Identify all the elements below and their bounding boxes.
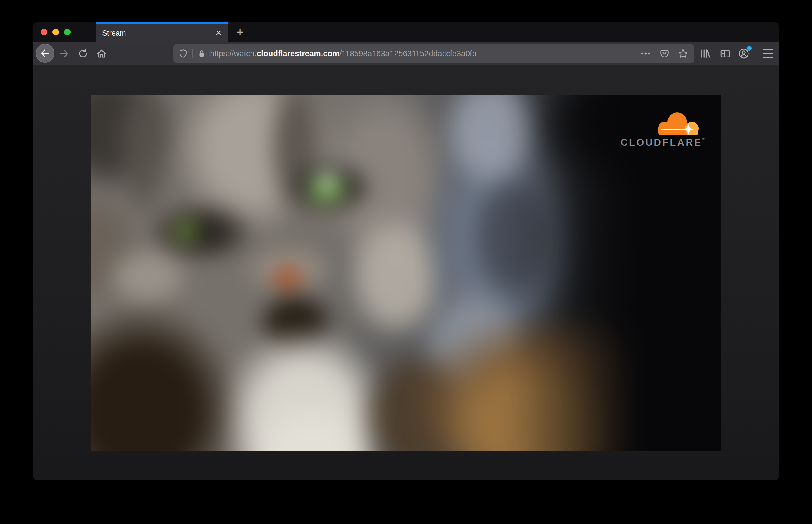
url-text: https://watch.cloudflarestream.com/11859…: [210, 49, 477, 58]
home-button[interactable]: [96, 48, 108, 60]
tab-title: Stream: [102, 29, 126, 37]
video-blur-blob: [103, 244, 192, 308]
cloudflare-watermark: CLOUDFLARE®: [621, 109, 705, 147]
page-actions-icon[interactable]: [640, 49, 652, 59]
library-icon: [699, 48, 711, 60]
page-content: CLOUDFLARE®: [33, 65, 779, 480]
url-path: /118598a163a125631152ddaccfe3a0fb: [339, 49, 477, 58]
padlock-icon[interactable]: [197, 49, 206, 58]
url-bar[interactable]: https://watch.cloudflarestream.com/11859…: [174, 45, 694, 63]
video-blur-layer: [91, 95, 721, 451]
bookmark-star-icon[interactable]: [678, 48, 689, 59]
forward-button[interactable]: [58, 48, 70, 60]
navigation-toolbar: https://watch.cloudflarestream.com/11859…: [33, 42, 779, 65]
trademark-glyph: ®: [702, 137, 705, 141]
pocket-icon[interactable]: [659, 48, 670, 59]
menu-bar: [763, 53, 773, 54]
video-blur-blob: [314, 171, 340, 189]
tab-bar: Stream ✕ +: [33, 22, 779, 42]
url-domain: cloudflarestream.com: [257, 49, 339, 58]
cloudflare-cloud-icon: [654, 109, 705, 136]
sidebar-toggle-button[interactable]: [719, 47, 732, 60]
url-prefix: https://watch.: [210, 49, 257, 58]
tracking-protection-shield-icon[interactable]: [178, 49, 188, 59]
reload-button[interactable]: [77, 48, 89, 60]
app-menu-button[interactable]: [761, 47, 774, 60]
account-notification-badge: [747, 46, 752, 51]
sidebar-icon: [719, 48, 731, 60]
tab-close-icon[interactable]: ✕: [215, 29, 222, 37]
zoom-window-button[interactable]: [64, 29, 71, 35]
minimize-window-button[interactable]: [52, 29, 59, 35]
home-icon: [96, 48, 107, 59]
video-blur-blob: [192, 219, 220, 245]
video-blur-blob: [270, 266, 305, 291]
library-button[interactable]: [699, 47, 712, 60]
url-bar-divider: [192, 49, 193, 58]
forward-arrow-icon: [59, 48, 70, 59]
back-button[interactable]: [36, 44, 54, 63]
reload-icon: [78, 48, 88, 59]
back-arrow-icon: [39, 48, 51, 59]
toolbar-divider: [755, 46, 756, 61]
video-dark-right: [507, 95, 721, 451]
menu-bar: [763, 57, 773, 58]
tab-stream[interactable]: Stream ✕: [96, 22, 228, 42]
window-controls: [40, 22, 71, 42]
cloudflare-wordmark: CLOUDFLARE®: [621, 137, 705, 147]
video-frame[interactable]: CLOUDFLARE®: [91, 95, 721, 451]
close-window-button[interactable]: [40, 29, 47, 35]
menu-bar: [763, 49, 773, 50]
browser-window: Stream ✕ + https://watch.cloudflarestrea…: [33, 22, 779, 480]
new-tab-button[interactable]: +: [232, 25, 248, 39]
